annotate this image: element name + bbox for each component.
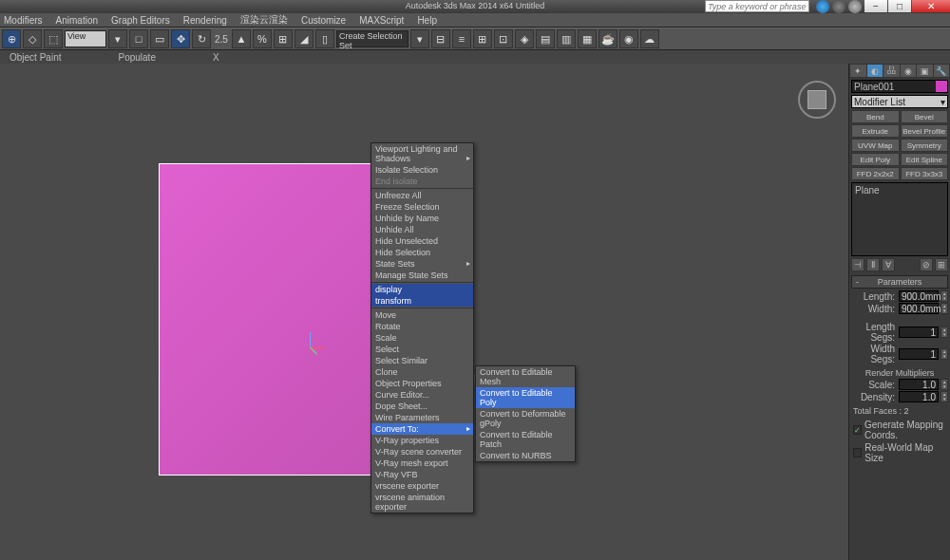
select-icon[interactable]: □ bbox=[129, 29, 148, 48]
subctx-convert-to-editable-patch[interactable]: Convert to Editable Patch bbox=[476, 429, 575, 450]
gen-mapping-checkbox[interactable]: ✓ bbox=[853, 425, 862, 435]
help-icon[interactable] bbox=[848, 0, 862, 13]
ctx-select-similar[interactable]: Select Similar bbox=[371, 355, 473, 366]
mirror-icon[interactable]: ▾ bbox=[410, 29, 429, 48]
quick-render-icon[interactable]: ◉ bbox=[619, 29, 638, 48]
mod-btn-uvw-map[interactable]: UVW Map bbox=[851, 139, 900, 152]
ctx-dope-sheet-[interactable]: Dope Sheet... bbox=[371, 401, 473, 412]
percent-icon[interactable]: % bbox=[253, 29, 272, 48]
scale-spinner[interactable]: ▴▾ bbox=[940, 379, 948, 390]
menu-render-cloud[interactable]: 渲染云渲染 bbox=[240, 13, 288, 27]
length-segs-spinner[interactable]: ▴▾ bbox=[940, 327, 948, 338]
pin-stack-icon[interactable]: ⊣ bbox=[851, 258, 864, 271]
length-field[interactable]: 900.0mm bbox=[899, 290, 939, 302]
info-icon[interactable] bbox=[816, 0, 829, 13]
ctx-v-ray-mesh-export[interactable]: V-Ray mesh export bbox=[371, 457, 473, 469]
ctx-state-sets[interactable]: State Sets bbox=[371, 258, 473, 270]
density-field[interactable]: 1.0 bbox=[899, 391, 939, 402]
utilities-tab-icon[interactable]: 🔧 bbox=[934, 65, 950, 77]
ctx-rotate[interactable]: Rotate bbox=[371, 321, 473, 332]
ctx-object-properties[interactable]: Object Properties bbox=[371, 378, 473, 389]
unique-icon[interactable]: ∀ bbox=[882, 258, 895, 271]
display-tab-icon[interactable]: ▣ bbox=[917, 65, 933, 77]
configure-icon[interactable]: ⊞ bbox=[935, 258, 948, 271]
length-spinner[interactable]: ▴▾ bbox=[940, 290, 948, 302]
create-tab-icon[interactable]: ✦ bbox=[850, 65, 866, 77]
ctx-manage-state-sets[interactable]: Manage State Sets bbox=[371, 270, 473, 281]
width-spinner[interactable]: ▴▾ bbox=[940, 303, 948, 314]
snap-icon[interactable]: ⊞ bbox=[274, 29, 293, 48]
ctx-vrscene-exporter[interactable]: vrscene exporter bbox=[371, 480, 473, 492]
subctx-convert-to-nurbs[interactable]: Convert to NURBS bbox=[476, 450, 575, 461]
menu-animation[interactable]: Animation bbox=[56, 15, 98, 26]
menu-graph-editors[interactable]: Graph Editors bbox=[111, 15, 170, 26]
mod-btn-bend[interactable]: Bend bbox=[851, 110, 900, 123]
search-input[interactable] bbox=[705, 0, 809, 12]
mod-btn-edit-spline[interactable]: Edit Spline bbox=[901, 153, 949, 166]
modifier-list-dropdown[interactable]: Modifier List▾ bbox=[851, 95, 948, 108]
close-button[interactable]: ✕ bbox=[912, 0, 950, 12]
bind-icon[interactable]: ⬚ bbox=[44, 29, 63, 48]
mod-btn-bevel-profile[interactable]: Bevel Profile bbox=[901, 124, 949, 138]
select-link-icon[interactable]: ⊕ bbox=[2, 29, 21, 48]
width-segs-field[interactable]: 1 bbox=[899, 348, 939, 360]
show-end-icon[interactable]: Ⅱ bbox=[866, 258, 880, 271]
mod-btn-bevel[interactable]: Bevel bbox=[901, 110, 949, 123]
ctx-scale[interactable]: Scale bbox=[371, 332, 473, 344]
mod-btn-ffd-3x3x3[interactable]: FFD 3x3x3 bbox=[901, 167, 949, 180]
move-icon[interactable]: ✥ bbox=[171, 29, 190, 48]
unlink-icon[interactable]: ◇ bbox=[23, 29, 42, 48]
layer-icon[interactable]: ≡ bbox=[452, 29, 471, 48]
render-frame-icon[interactable]: ▥ bbox=[557, 29, 576, 48]
teapot-icon[interactable]: ☕ bbox=[598, 29, 618, 48]
modify-tab-icon[interactable]: ◐ bbox=[867, 65, 884, 77]
ctx-hide-selection[interactable]: Hide Selection bbox=[371, 247, 473, 258]
schematic-icon[interactable]: ⊡ bbox=[494, 29, 513, 48]
mod-btn-extrude[interactable]: Extrude bbox=[851, 124, 900, 138]
ctx-freeze-selection[interactable]: Freeze Selection bbox=[371, 201, 473, 213]
menu-help[interactable]: Help bbox=[417, 15, 437, 26]
render-prod-icon[interactable]: ☁ bbox=[640, 29, 659, 48]
ctx-vrscene-animation-exporter[interactable]: vrscene animation exporter bbox=[371, 492, 473, 513]
ctx-clone[interactable]: Clone bbox=[371, 366, 473, 378]
window-crossing-icon[interactable]: ▭ bbox=[150, 29, 169, 48]
tab-object-paint[interactable]: Object Paint bbox=[10, 52, 61, 63]
material-icon[interactable]: ◈ bbox=[515, 29, 534, 48]
ctx-move[interactable]: Move bbox=[371, 309, 473, 321]
motion-tab-icon[interactable]: ◉ bbox=[901, 65, 917, 77]
spinner-snap-icon[interactable]: ▯ bbox=[315, 29, 334, 48]
color-swatch[interactable] bbox=[936, 81, 947, 92]
ctx-unhide-by-name[interactable]: Unhide by Name bbox=[371, 213, 473, 224]
selection-set-dropdown[interactable]: Create Selection Set bbox=[336, 30, 408, 47]
ctx-viewport-lighting-and-shadows[interactable]: Viewport Lighting and Shadows bbox=[371, 143, 473, 164]
scale-field[interactable]: 1.0 bbox=[899, 379, 939, 390]
params-rollout-header[interactable]: Parameters bbox=[851, 275, 948, 289]
tab-populate[interactable]: Populate bbox=[118, 52, 155, 63]
scale-icon[interactable]: ▲ bbox=[232, 29, 251, 48]
length-segs-field[interactable]: 1 bbox=[899, 327, 939, 338]
stack-item[interactable]: Plane bbox=[855, 185, 880, 196]
width-segs-spinner[interactable]: ▴▾ bbox=[940, 348, 948, 360]
align-icon[interactable]: ⊟ bbox=[431, 29, 450, 48]
star-icon[interactable] bbox=[832, 0, 846, 13]
mod-btn-symmetry[interactable]: Symmetry bbox=[901, 139, 949, 152]
ctx-unfreeze-all[interactable]: Unfreeze All bbox=[371, 190, 473, 201]
ctx-curve-editor-[interactable]: Curve Editor... bbox=[371, 389, 473, 401]
subctx-convert-to-editable-poly[interactable]: Convert to Editable Poly bbox=[476, 387, 575, 408]
ctx-convert-to-[interactable]: Convert To: bbox=[371, 423, 473, 435]
ctx-unhide-all[interactable]: Unhide All bbox=[371, 224, 473, 235]
ctx-v-ray-vfb[interactable]: V-Ray VFB bbox=[371, 469, 473, 480]
subctx-convert-to-deformable-gpoly[interactable]: Convert to Deformable gPoly bbox=[476, 408, 575, 429]
filter-icon[interactable]: ▾ bbox=[108, 29, 127, 48]
tab-x[interactable]: X bbox=[213, 52, 219, 63]
real-world-checkbox[interactable] bbox=[853, 448, 862, 457]
modifier-stack[interactable]: Plane bbox=[851, 182, 948, 256]
viewcube[interactable] bbox=[798, 81, 836, 119]
menu-modifiers[interactable]: Modifiers bbox=[4, 15, 43, 26]
render-icon[interactable]: ▦ bbox=[578, 29, 597, 48]
ctx-isolate-selection[interactable]: Isolate Selection bbox=[371, 164, 473, 176]
angle-snap-icon[interactable]: ◢ bbox=[294, 29, 314, 48]
remove-icon[interactable]: ⊘ bbox=[920, 258, 933, 271]
menu-rendering[interactable]: Rendering bbox=[183, 15, 227, 26]
ctx-hide-unselected[interactable]: Hide Unselected bbox=[371, 235, 473, 247]
